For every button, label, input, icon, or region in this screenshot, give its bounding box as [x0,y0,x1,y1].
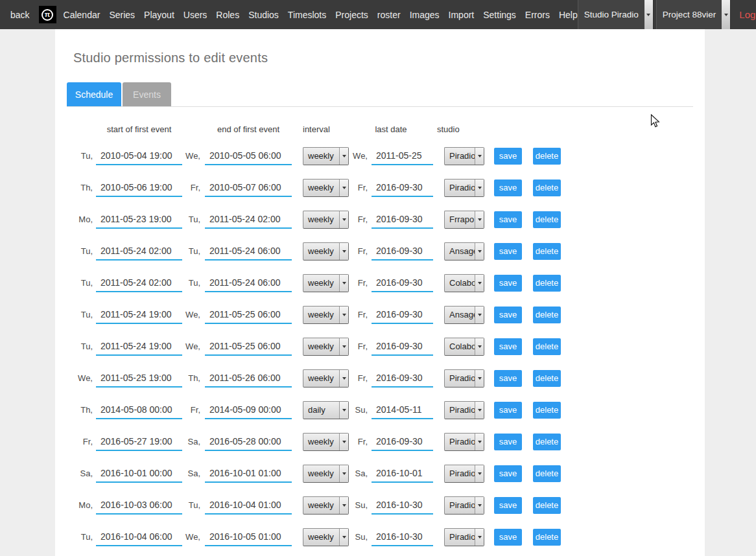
delete-button[interactable]: delete [533,370,561,387]
start-datetime-input[interactable] [96,146,182,165]
save-button[interactable]: save [494,243,522,260]
last-date-input[interactable] [372,210,433,229]
interval-select[interactable]: weekly [303,496,349,515]
delete-button[interactable]: delete [533,434,561,450]
save-button[interactable]: save [494,275,522,292]
delete-button[interactable]: delete [533,243,561,260]
last-date-input[interactable] [372,337,433,356]
interval-select[interactable]: weekly [303,211,349,229]
end-datetime-input[interactable] [205,527,292,546]
end-datetime-input[interactable] [205,337,292,356]
studio-select[interactable]: Piradio [444,528,484,546]
save-button[interactable]: save [494,402,522,419]
nav-item-errors[interactable]: Errors [525,10,550,20]
start-datetime-input[interactable] [96,496,182,515]
end-datetime-input[interactable] [205,305,292,324]
delete-button[interactable]: delete [533,402,561,419]
save-button[interactable]: save [494,148,522,165]
interval-select[interactable]: weekly [303,465,349,483]
last-date-input[interactable] [372,400,433,419]
start-datetime-input[interactable] [96,305,182,324]
tab-events[interactable]: Events [123,82,171,106]
save-button[interactable]: save [494,497,522,514]
end-datetime-input[interactable] [205,210,292,229]
delete-button[interactable]: delete [533,529,561,546]
interval-select[interactable]: weekly [303,306,349,324]
last-date-input[interactable] [372,527,433,546]
nav-item-users[interactable]: Users [183,10,207,20]
interval-select[interactable]: weekly [303,179,349,197]
nav-item-import[interactable]: Import [449,10,475,20]
interval-select[interactable]: weekly [303,338,349,356]
studio-select[interactable]: Piradio [444,401,484,419]
studio-select[interactable]: Ansage [444,242,484,261]
nav-item-calendar[interactable]: Calendar [64,10,100,20]
end-datetime-input[interactable] [205,273,292,292]
last-date-input[interactable] [372,432,433,451]
start-datetime-input[interactable] [96,273,182,292]
navbar-studio-select[interactable]: Studio Piradio [578,0,654,29]
delete-button[interactable]: delete [533,307,561,323]
studio-select[interactable]: Piradio [444,496,484,515]
nav-item-help[interactable]: Help [559,10,578,20]
start-datetime-input[interactable] [96,400,182,419]
nav-item-images[interactable]: Images [410,10,440,20]
save-button[interactable]: save [494,465,522,482]
delete-button[interactable]: delete [533,275,561,292]
save-button[interactable]: save [494,338,522,355]
logout-link[interactable]: Logout [739,9,756,20]
last-date-input[interactable] [372,464,433,483]
end-datetime-input[interactable] [205,496,292,515]
end-datetime-input[interactable] [205,464,292,483]
studio-select[interactable]: Colabo [444,338,484,356]
last-date-input[interactable] [372,496,433,515]
studio-select[interactable]: Frrapo [444,211,484,229]
start-datetime-input[interactable] [96,210,182,229]
navbar-project-select[interactable]: Project 88vier [656,0,731,29]
nav-item-roles[interactable]: Roles [216,10,239,20]
nav-item-studios[interactable]: Studios [248,10,279,20]
save-button[interactable]: save [494,211,522,228]
delete-button[interactable]: delete [533,497,561,514]
interval-select[interactable]: weekly [303,433,349,451]
studio-select[interactable]: Piradio [444,465,484,483]
tab-schedule[interactable]: Schedule [67,82,121,106]
delete-button[interactable]: delete [533,211,561,228]
interval-select[interactable]: daily [303,401,349,419]
studio-select[interactable]: Piradio [444,369,484,388]
back-link[interactable]: back [10,10,30,20]
delete-button[interactable]: delete [533,338,561,355]
studio-select[interactable]: Piradio [444,147,484,165]
interval-select[interactable]: weekly [303,147,349,165]
save-button[interactable]: save [494,529,522,546]
studio-select[interactable]: Colabo [444,274,484,292]
delete-button[interactable]: delete [533,180,561,196]
start-datetime-input[interactable] [96,369,182,388]
nav-item-settings[interactable]: Settings [483,10,516,20]
studio-select[interactable]: Ansage [444,306,484,324]
interval-select[interactable]: weekly [303,274,349,292]
last-date-input[interactable] [372,178,433,197]
last-date-input[interactable] [372,242,433,261]
interval-select[interactable]: weekly [303,528,349,546]
piradio-logo-icon[interactable]: π [39,6,56,23]
save-button[interactable]: save [494,180,522,196]
start-datetime-input[interactable] [96,242,182,261]
nav-item-roster[interactable]: roster [377,10,401,20]
end-datetime-input[interactable] [205,369,292,388]
delete-button[interactable]: delete [533,148,561,165]
nav-item-projects[interactable]: Projects [335,10,368,20]
nav-item-timeslots[interactable]: Timeslots [288,10,326,20]
start-datetime-input[interactable] [96,432,182,451]
interval-select[interactable]: weekly [303,242,349,261]
end-datetime-input[interactable] [205,242,292,261]
end-datetime-input[interactable] [205,178,292,197]
start-datetime-input[interactable] [96,527,182,546]
nav-item-series[interactable]: Series [109,10,135,20]
end-datetime-input[interactable] [205,432,292,451]
last-date-input[interactable] [372,146,433,165]
last-date-input[interactable] [372,369,433,388]
studio-select[interactable]: Piradio [444,433,484,451]
end-datetime-input[interactable] [205,146,292,165]
last-date-input[interactable] [372,305,433,324]
